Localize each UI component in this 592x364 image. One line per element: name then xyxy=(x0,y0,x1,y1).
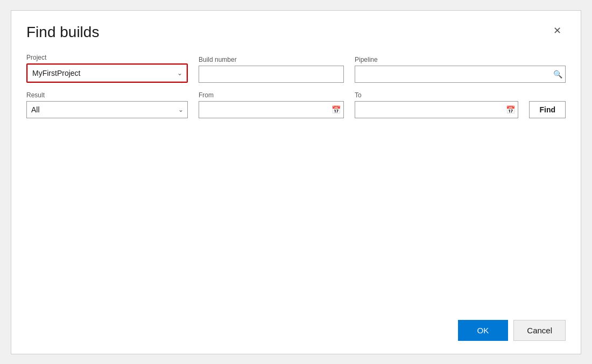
find-builds-dialog: Find builds ✕ Project MyFirstProject ⌄ B… xyxy=(11,10,581,354)
cancel-button[interactable]: Cancel xyxy=(513,320,566,341)
project-field: Project MyFirstProject ⌄ xyxy=(26,54,188,83)
form-row-2: Result All ⌄ From 📅 To xyxy=(26,91,566,118)
result-select[interactable]: All xyxy=(26,101,188,118)
form-row-1: Project MyFirstProject ⌄ Build number Pi… xyxy=(26,54,566,83)
result-field: Result All ⌄ xyxy=(26,91,188,118)
project-wrapper: MyFirstProject ⌄ xyxy=(26,63,188,83)
ok-button[interactable]: OK xyxy=(458,320,509,341)
pipeline-label: Pipeline xyxy=(355,56,566,63)
result-select-wrapper: All ⌄ xyxy=(26,101,188,118)
from-input-wrapper: 📅 xyxy=(199,101,344,118)
dialog-title: Find builds xyxy=(26,24,99,41)
pipeline-field: Pipeline 🔍 xyxy=(355,56,566,83)
from-input[interactable] xyxy=(199,101,344,118)
dialog-footer: OK Cancel xyxy=(26,307,566,341)
to-label: To xyxy=(355,91,518,99)
dialog-header: Find builds ✕ xyxy=(26,24,566,41)
build-number-field: Build number xyxy=(199,56,344,83)
build-number-input[interactable] xyxy=(199,66,344,83)
close-button[interactable]: ✕ xyxy=(549,24,566,38)
to-input[interactable] xyxy=(355,101,518,118)
from-label: From xyxy=(199,91,344,99)
pipeline-input[interactable] xyxy=(355,66,566,83)
project-label: Project xyxy=(26,54,188,61)
project-select[interactable]: MyFirstProject xyxy=(27,65,187,82)
find-button[interactable]: Find xyxy=(529,101,566,118)
project-select-wrapper: MyFirstProject ⌄ xyxy=(27,65,187,82)
pipeline-input-wrapper: 🔍 xyxy=(355,66,566,83)
result-label: Result xyxy=(26,91,188,99)
to-field: To 📅 xyxy=(355,91,518,118)
form-area: Project MyFirstProject ⌄ Build number Pi… xyxy=(26,54,566,118)
from-field: From 📅 xyxy=(199,91,344,118)
to-input-wrapper: 📅 xyxy=(355,101,518,118)
build-number-label: Build number xyxy=(199,56,344,63)
